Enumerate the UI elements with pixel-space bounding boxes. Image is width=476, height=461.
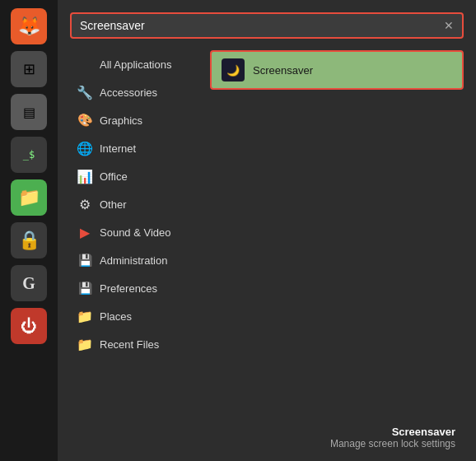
category-sound-video[interactable]: ▶ Sound & Video — [70, 218, 202, 246]
preferences-icon: 💾 — [77, 280, 93, 296]
sidebar-grid-button[interactable]: ⊞ — [11, 51, 47, 87]
category-graphics[interactable]: 🎨 Graphics — [70, 106, 202, 134]
screensaver-app-icon: 🌙 — [222, 58, 245, 81]
main-panel: Screensaver ✕ All Applications 🔧 Accesso… — [58, 0, 476, 461]
category-label: Recent Files — [100, 338, 159, 351]
sidebar-terminal-button[interactable]: _$ — [11, 137, 47, 173]
category-label: Other — [100, 198, 127, 211]
category-all-applications[interactable]: All Applications — [70, 50, 202, 78]
category-preferences[interactable]: 💾 Preferences — [70, 274, 202, 302]
search-bar: Screensaver ✕ — [70, 12, 464, 39]
category-label: Office — [100, 170, 128, 183]
accessories-icon: 🔧 — [77, 84, 93, 100]
category-label: Preferences — [100, 282, 157, 295]
sidebar-lock-button[interactable]: 🔒 — [11, 222, 47, 258]
status-description: Manage screen lock settings — [330, 438, 455, 449]
sound-video-icon: ▶ — [77, 224, 93, 240]
category-label: All Applications — [100, 58, 171, 71]
content-area: All Applications 🔧 Accessories 🎨 Graphic… — [70, 50, 464, 420]
all-applications-icon — [77, 56, 93, 72]
category-internet[interactable]: 🌐 Internet — [70, 134, 202, 162]
power-icon: ⏻ — [21, 317, 37, 336]
sidebar-files-button[interactable]: 📁 — [11, 179, 47, 216]
terminal-icon: _$ — [23, 149, 35, 161]
refresh-icon: G — [22, 274, 35, 293]
files-icon: 📁 — [18, 187, 40, 208]
app-screensaver[interactable]: 🌙 Screensaver — [210, 50, 464, 90]
sidebar-firefox-button[interactable]: 🦊 — [11, 8, 47, 44]
search-input[interactable]: Screensaver — [72, 14, 439, 37]
category-list: All Applications 🔧 Accessories 🎨 Graphic… — [70, 50, 202, 420]
status-title: Screensaver — [392, 426, 455, 438]
apps-list: 🌙 Screensaver — [202, 50, 464, 420]
category-label: Sound & Video — [100, 226, 171, 239]
category-accessories[interactable]: 🔧 Accessories — [70, 78, 202, 106]
internet-icon: 🌐 — [77, 140, 93, 156]
category-label: Accessories — [100, 86, 157, 99]
category-administration[interactable]: 💾 Administration — [70, 246, 202, 274]
places-icon: 📁 — [77, 308, 93, 324]
category-label: Graphics — [100, 114, 142, 127]
sidebar-ui-button[interactable]: ▤ — [11, 94, 47, 130]
sidebar-refresh-button[interactable]: G — [11, 265, 47, 301]
screensaver-icon: 🌙 — [226, 64, 240, 77]
category-recent-files[interactable]: 📁 Recent Files — [70, 330, 202, 358]
other-icon: ⚙ — [77, 196, 93, 212]
category-other[interactable]: ⚙ Other — [70, 190, 202, 218]
office-icon: 📊 — [77, 168, 93, 184]
ui-icon: ▤ — [23, 105, 35, 120]
search-clear-button[interactable]: ✕ — [439, 16, 459, 35]
sidebar-power-button[interactable]: ⏻ — [11, 308, 47, 344]
category-label: Internet — [100, 142, 136, 155]
grid-icon: ⊞ — [23, 60, 35, 78]
clear-icon: ✕ — [444, 19, 454, 32]
recent-files-icon: 📁 — [77, 336, 93, 352]
sidebar: 🦊 ⊞ ▤ _$ 📁 🔒 G ⏻ — [0, 0, 58, 461]
graphics-icon: 🎨 — [77, 112, 93, 128]
category-label: Administration — [100, 254, 167, 267]
category-places[interactable]: 📁 Places — [70, 302, 202, 330]
category-label: Places — [100, 310, 132, 323]
lock-icon: 🔒 — [18, 230, 40, 251]
app-label: Screensaver — [253, 64, 313, 77]
status-bar: Screensaver Manage screen lock settings — [70, 420, 464, 461]
firefox-icon: 🦊 — [18, 16, 40, 37]
category-office[interactable]: 📊 Office — [70, 162, 202, 190]
administration-icon: 💾 — [77, 252, 93, 268]
